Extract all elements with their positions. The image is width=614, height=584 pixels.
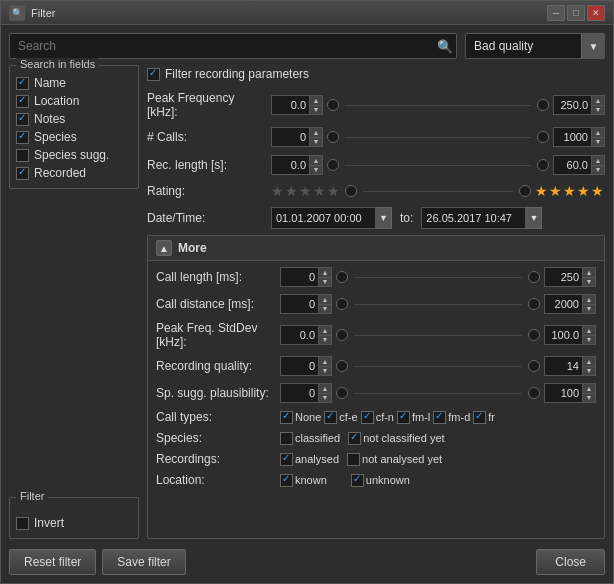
field-notes-checkbox[interactable]	[16, 113, 29, 126]
rec-length-max-radio[interactable]	[537, 159, 549, 171]
sp-sugg-min-input[interactable]	[280, 383, 318, 403]
close-button[interactable]: Close	[536, 549, 605, 575]
call-distance-max-input[interactable]	[544, 294, 582, 314]
rec-quality-max-radio[interactable]	[528, 360, 540, 372]
field-name-checkbox[interactable]	[16, 77, 29, 90]
peak-freq-stddev-min-input[interactable]	[280, 325, 318, 345]
call-distance-max-down[interactable]: ▼	[582, 304, 596, 315]
call-length-max-input[interactable]	[544, 267, 582, 287]
call-type-fr-checkbox[interactable]	[473, 411, 486, 424]
peak-freq-stddev-max-input[interactable]	[544, 325, 582, 345]
rec-length-min-up[interactable]: ▲	[309, 155, 323, 165]
rec-quality-min-down[interactable]: ▼	[318, 366, 332, 377]
call-type-fm-l-checkbox[interactable]	[397, 411, 410, 424]
call-type-fm-d-checkbox[interactable]	[433, 411, 446, 424]
peak-freq-max-down[interactable]: ▼	[591, 105, 605, 116]
minimize-button[interactable]: ─	[547, 5, 565, 21]
peak-freq-stddev-max-up[interactable]: ▲	[582, 325, 596, 335]
sp-sugg-max-down[interactable]: ▼	[582, 393, 596, 404]
call-length-max-up[interactable]: ▲	[582, 267, 596, 277]
call-length-min-input[interactable]	[280, 267, 318, 287]
call-length-min-down[interactable]: ▼	[318, 277, 332, 288]
call-distance-min-radio[interactable]	[336, 298, 348, 310]
invert-checkbox[interactable]	[16, 517, 29, 530]
sp-sugg-min-radio[interactable]	[336, 387, 348, 399]
rec-quality-min-up[interactable]: ▲	[318, 356, 332, 366]
datetime-to-input[interactable]	[421, 207, 526, 229]
rating-min-stars[interactable]: ★★★★★	[271, 183, 341, 199]
sp-sugg-min-up[interactable]: ▲	[318, 383, 332, 393]
quality-dropdown[interactable]: Bad quality	[465, 33, 605, 59]
search-input[interactable]	[9, 33, 457, 59]
search-icon[interactable]: 🔍	[437, 39, 453, 54]
calls-max-radio[interactable]	[537, 131, 549, 143]
calls-min-up[interactable]: ▲	[309, 127, 323, 137]
peak-freq-stddev-max-radio[interactable]	[528, 329, 540, 341]
rating-max-radio[interactable]	[519, 185, 531, 197]
rec-quality-min-radio[interactable]	[336, 360, 348, 372]
peak-freq-min-up[interactable]: ▲	[309, 95, 323, 105]
peak-freq-stddev-max-down[interactable]: ▼	[582, 335, 596, 346]
close-window-button[interactable]: ✕	[587, 5, 605, 21]
calls-min-down[interactable]: ▼	[309, 137, 323, 148]
peak-freq-max-radio[interactable]	[537, 99, 549, 111]
rec-length-min-input[interactable]	[271, 155, 309, 175]
call-length-max-down[interactable]: ▼	[582, 277, 596, 288]
rec-length-min-radio[interactable]	[327, 159, 339, 171]
filter-params-checkbox[interactable]	[147, 68, 160, 81]
more-toggle-button[interactable]: ▲	[156, 240, 172, 256]
more-header[interactable]: ▲ More	[148, 236, 604, 261]
species-classified-checkbox[interactable]	[280, 432, 293, 445]
location-unknown-checkbox[interactable]	[351, 474, 364, 487]
recordings-analysed-checkbox[interactable]	[280, 453, 293, 466]
field-recorded-checkbox[interactable]	[16, 167, 29, 180]
rec-length-max-up[interactable]: ▲	[591, 155, 605, 165]
calls-max-down[interactable]: ▼	[591, 137, 605, 148]
rec-quality-max-input[interactable]	[544, 356, 582, 376]
field-species-sugg-checkbox[interactable]	[16, 149, 29, 162]
calls-max-input[interactable]	[553, 127, 591, 147]
rec-length-min-down[interactable]: ▼	[309, 165, 323, 176]
call-type-cf-e-checkbox[interactable]	[324, 411, 337, 424]
peak-freq-max-input[interactable]	[553, 95, 591, 115]
peak-freq-min-down[interactable]: ▼	[309, 105, 323, 116]
rating-min-radio[interactable]	[345, 185, 357, 197]
calls-max-up[interactable]: ▲	[591, 127, 605, 137]
peak-freq-max-up[interactable]: ▲	[591, 95, 605, 105]
sp-sugg-min-down[interactable]: ▼	[318, 393, 332, 404]
datetime-from-input[interactable]	[271, 207, 376, 229]
maximize-button[interactable]: □	[567, 5, 585, 21]
peak-freq-stddev-min-up[interactable]: ▲	[318, 325, 332, 335]
datetime-from-arrow[interactable]: ▼	[376, 207, 392, 229]
sp-sugg-max-input[interactable]	[544, 383, 582, 403]
reset-filter-button[interactable]: Reset filter	[9, 549, 96, 575]
peak-freq-min-input[interactable]	[271, 95, 309, 115]
field-species-checkbox[interactable]	[16, 131, 29, 144]
calls-min-input[interactable]	[271, 127, 309, 147]
rec-quality-min-input[interactable]	[280, 356, 318, 376]
call-distance-max-radio[interactable]	[528, 298, 540, 310]
species-not-classified-checkbox[interactable]	[348, 432, 361, 445]
rec-quality-max-down[interactable]: ▼	[582, 366, 596, 377]
rec-length-max-input[interactable]	[553, 155, 591, 175]
save-filter-button[interactable]: Save filter	[102, 549, 185, 575]
sp-sugg-max-radio[interactable]	[528, 387, 540, 399]
rec-length-max-down[interactable]: ▼	[591, 165, 605, 176]
call-length-min-radio[interactable]	[336, 271, 348, 283]
peak-freq-stddev-min-down[interactable]: ▼	[318, 335, 332, 346]
call-length-min-up[interactable]: ▲	[318, 267, 332, 277]
location-known-checkbox[interactable]	[280, 474, 293, 487]
call-distance-min-input[interactable]	[280, 294, 318, 314]
call-distance-min-down[interactable]: ▼	[318, 304, 332, 315]
peak-freq-stddev-min-radio[interactable]	[336, 329, 348, 341]
call-length-max-radio[interactable]	[528, 271, 540, 283]
rating-max-stars[interactable]: ★★★★★	[535, 183, 605, 199]
sp-sugg-max-up[interactable]: ▲	[582, 383, 596, 393]
call-type-cf-n-checkbox[interactable]	[361, 411, 374, 424]
rec-quality-max-up[interactable]: ▲	[582, 356, 596, 366]
call-distance-max-up[interactable]: ▲	[582, 294, 596, 304]
call-distance-min-up[interactable]: ▲	[318, 294, 332, 304]
datetime-to-arrow[interactable]: ▼	[526, 207, 542, 229]
peak-freq-min-radio[interactable]	[327, 99, 339, 111]
call-type-none-checkbox[interactable]	[280, 411, 293, 424]
